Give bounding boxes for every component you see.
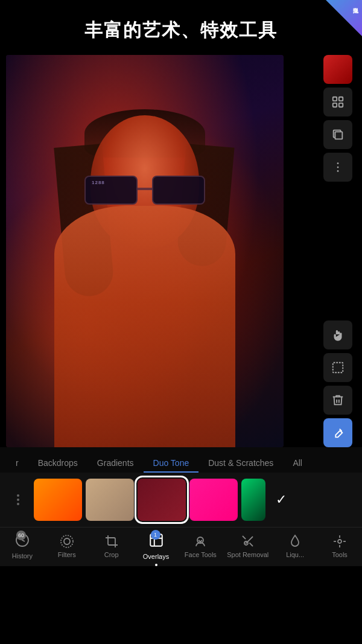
filters-label: Filters bbox=[58, 551, 76, 558]
swatch-pink[interactable] bbox=[189, 479, 238, 521]
svg-point-8 bbox=[337, 170, 339, 172]
selection-button[interactable] bbox=[323, 353, 352, 382]
svg-point-6 bbox=[337, 162, 339, 164]
crop-label: Crop bbox=[104, 551, 119, 558]
swatch-dark-red[interactable] bbox=[138, 479, 186, 521]
filters-icon bbox=[60, 534, 74, 549]
pen-icon bbox=[331, 426, 345, 439]
photo-canvas[interactable]: 1288 bbox=[6, 55, 284, 447]
history-tool[interactable]: 60 History bbox=[4, 533, 40, 560]
history-badge: 60 bbox=[16, 531, 26, 540]
svg-rect-3 bbox=[339, 103, 343, 107]
tools-tool[interactable]: Tools bbox=[322, 534, 358, 558]
more-icon bbox=[331, 161, 345, 174]
bottom-toolbar: 60 History Filters Crop 1 Overlays bbox=[0, 527, 362, 566]
layers-icon bbox=[331, 128, 345, 141]
glasses-bridge bbox=[138, 188, 152, 190]
liquify-label: Liqu... bbox=[286, 551, 304, 558]
svg-point-10 bbox=[64, 538, 70, 544]
face-tools-tool[interactable]: Face Tools bbox=[182, 534, 218, 558]
tab-all[interactable]: All bbox=[283, 454, 312, 473]
history-label: History bbox=[12, 552, 33, 560]
more-dots bbox=[17, 494, 19, 505]
tab-duotone[interactable]: Duo Tone bbox=[144, 454, 199, 473]
svg-rect-5 bbox=[335, 132, 342, 139]
checkmark-icon: ✓ bbox=[276, 492, 287, 508]
svg-rect-9 bbox=[333, 363, 343, 373]
color-swatch-button[interactable] bbox=[323, 55, 352, 84]
body-clothing bbox=[54, 206, 235, 447]
pen-tool-button[interactable] bbox=[323, 418, 352, 447]
spot-removal-tool[interactable]: Spot Removal bbox=[227, 534, 268, 558]
liquify-tool[interactable]: Liqu... bbox=[277, 534, 313, 558]
overlay-tabs-container: r Backdrops Gradients Duo Tone Dust & Sc… bbox=[0, 447, 362, 473]
trash-icon bbox=[331, 394, 345, 407]
svg-point-19 bbox=[338, 540, 341, 543]
active-dot bbox=[155, 564, 157, 566]
glasses-right bbox=[152, 176, 205, 205]
canvas-area: 1288 bbox=[6, 55, 356, 447]
tab-backdrops[interactable]: Backdrops bbox=[28, 454, 87, 473]
face-tools-icon bbox=[193, 534, 208, 549]
crop-tool[interactable]: Crop bbox=[94, 534, 130, 558]
overlays-badge: 1 bbox=[151, 530, 160, 540]
tabs-scroll: r Backdrops Gradients Duo Tone Dust & Sc… bbox=[0, 454, 362, 473]
svg-point-7 bbox=[337, 167, 339, 168]
swatch-green[interactable] bbox=[241, 479, 265, 521]
spot-removal-icon bbox=[241, 534, 255, 549]
tab-r[interactable]: r bbox=[6, 454, 28, 473]
swatch-tan[interactable] bbox=[86, 479, 134, 521]
layers-button[interactable] bbox=[323, 120, 352, 149]
mosaic-icon bbox=[331, 95, 345, 109]
sunglasses: 1288 bbox=[84, 176, 205, 206]
crop-icon bbox=[104, 534, 119, 549]
svg-rect-0 bbox=[333, 97, 337, 101]
tab-gradients[interactable]: Gradients bbox=[87, 454, 144, 473]
swatch-orange[interactable] bbox=[34, 479, 82, 521]
spot-removal-label: Spot Removal bbox=[227, 551, 268, 558]
svg-rect-1 bbox=[339, 97, 343, 101]
person-silhouette: 1288 bbox=[42, 97, 247, 447]
tools-icon bbox=[332, 534, 347, 549]
overlays-tool[interactable]: 1 Overlays bbox=[138, 532, 174, 560]
page-header: 丰富的艺术、特效工具 bbox=[0, 0, 362, 55]
swatches-row: ✓ bbox=[0, 473, 362, 527]
hand-icon bbox=[330, 327, 346, 343]
glasses-left: 1288 bbox=[84, 176, 138, 205]
history-icon-wrap: 60 bbox=[15, 533, 30, 550]
tools-label: Tools bbox=[332, 551, 348, 558]
more-options-button[interactable] bbox=[323, 153, 352, 182]
hand-tool-button[interactable] bbox=[323, 320, 352, 349]
selection-icon bbox=[331, 361, 345, 374]
svg-point-11 bbox=[61, 535, 73, 547]
right-toolbar bbox=[320, 55, 356, 447]
dot-2 bbox=[17, 499, 19, 501]
overlays-icon-wrap: 1 bbox=[148, 532, 164, 550]
liquify-icon bbox=[288, 534, 302, 549]
delete-button[interactable] bbox=[323, 386, 352, 415]
page-title: 丰富的艺术、特效工具 bbox=[12, 18, 350, 43]
tab-dust-scratches[interactable]: Dust & Scratches bbox=[198, 454, 283, 473]
photo-background: 1288 bbox=[6, 55, 284, 447]
overlays-label: Overlays bbox=[143, 553, 169, 560]
swatch-more-button[interactable] bbox=[6, 479, 30, 521]
mosaic-button[interactable] bbox=[323, 88, 352, 116]
apply-swatch-button[interactable]: ✓ bbox=[269, 479, 293, 521]
glasses-reflection: 1288 bbox=[92, 180, 105, 185]
dot-3 bbox=[17, 503, 19, 505]
svg-rect-2 bbox=[333, 103, 337, 107]
filters-tool[interactable]: Filters bbox=[49, 534, 85, 558]
dot-1 bbox=[17, 494, 19, 497]
face-tools-label: Face Tools bbox=[185, 551, 217, 558]
